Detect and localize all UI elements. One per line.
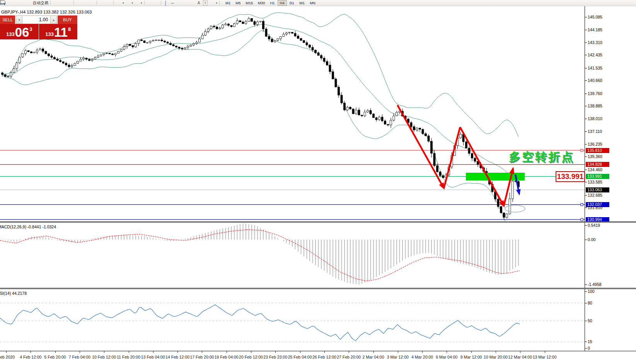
macd-label: MACD(12,26,9) -0.8441 -1.0324 (0, 225, 56, 229)
vertical-line-icon[interactable]: │ (163, 0, 169, 6)
macd-axis-label: 0.00 (588, 237, 595, 242)
timeframe-bar: M1M5M15M30H1H4D1W1MN (223, 0, 318, 6)
cursor-icon[interactable] (147, 0, 152, 6)
timeframe-button-M30[interactable]: M30 (256, 0, 267, 6)
toolbar: 订单 自动交易 ▾ ▾ ▾ │ ─ E F A T ▾ M1M5M15M30H1… (0, 0, 636, 6)
price-tick-label: 143.310 (588, 40, 602, 45)
price-level-chip: 134.828 (586, 162, 609, 167)
line-chart-icon[interactable] (66, 0, 72, 6)
price-level-chip: 133.991 (586, 174, 609, 179)
chevron-down-icon[interactable]: ▾ (132, 2, 133, 5)
timeframe-button-H4[interactable]: H4 (278, 0, 287, 6)
main-chart-panel[interactable]: GBPJPY-,H4 132.893 133.382 132.326 133.0… (0, 6, 636, 221)
time-tick (251, 351, 251, 353)
scroll-to-end-icon[interactable] (99, 0, 105, 6)
toolbar-separator (219, 1, 220, 5)
candlestick-chart (0, 6, 636, 221)
time-tick (447, 351, 447, 353)
macd-histogram (2, 223, 518, 285)
label-icon[interactable]: T (203, 0, 208, 6)
price-level-chip: 135.810 (586, 148, 609, 153)
templates-icon[interactable] (134, 0, 140, 6)
time-axis-label: 3 Mar 12:00 (387, 355, 409, 359)
trendline-icon[interactable] (176, 0, 182, 6)
tile-windows-icon[interactable] (89, 0, 95, 6)
price-tick-label: 145.085 (588, 15, 602, 20)
rsi-axis-label: 80 (588, 301, 592, 306)
time-tick (202, 351, 202, 353)
time-axis-label: 19 Feb 04:00 (215, 355, 239, 359)
new-chart-icon[interactable] (116, 0, 121, 6)
annotation-text-cn: 多空转折点 (509, 149, 575, 165)
bars-chart-icon[interactable] (53, 0, 58, 6)
time-tick (398, 351, 398, 353)
time-tick (520, 351, 520, 353)
charts-cloud-icon[interactable] (13, 0, 19, 6)
volume-up-button[interactable]: ▲ (50, 15, 57, 24)
rsi-panel[interactable]: RSI(14) 44.2178 1008050150 (0, 289, 636, 351)
periods-clock-icon[interactable] (125, 0, 131, 6)
volume-down-button[interactable]: ▼ (16, 15, 22, 24)
rsi-axis-label: 15 (588, 339, 592, 344)
timeframe-button-W1[interactable]: W1 (297, 0, 307, 6)
time-axis[interactable]: Feb 20204 Feb 12:005 Feb 20:007 Feb 04:0… (0, 351, 636, 364)
bid-price-chip: 133.063 (586, 187, 609, 192)
buy-price-display[interactable]: 133 11 8 (39, 24, 78, 39)
price-tick-label: 142.435 (588, 53, 602, 58)
time-tick (422, 351, 423, 353)
candles-chart-icon[interactable] (59, 0, 65, 6)
chevron-down-icon[interactable]: ▾ (141, 2, 142, 5)
buy-button[interactable]: BUY (57, 15, 77, 24)
autotrade-stop-icon[interactable] (26, 0, 32, 6)
sell-price-display[interactable]: 133 06 3 (0, 24, 39, 39)
timeframe-button-MN[interactable]: MN (307, 0, 318, 6)
new-order-icon[interactable] (7, 0, 12, 6)
timeframe-button-H1[interactable]: H1 (268, 0, 277, 6)
timeframe-button-M1[interactable]: M1 (223, 0, 233, 6)
autotrade-button[interactable]: 自动交易 (33, 0, 48, 6)
timeframe-button-M15[interactable]: M15 (243, 0, 255, 6)
red-trend-arrow (444, 127, 460, 188)
crosshair-icon[interactable] (153, 0, 159, 6)
sell-price-big: 06 (15, 27, 29, 38)
toolbar-separator (161, 1, 161, 5)
sell-button[interactable]: SELL (0, 15, 16, 24)
time-axis-label: 13 Mar 12:00 (533, 355, 557, 359)
timeframe-button-M5[interactable]: M5 (233, 0, 243, 6)
timeframe-button-D1[interactable]: D1 (287, 0, 297, 6)
toolbar-separator (144, 1, 145, 5)
time-tick (6, 351, 7, 353)
time-axis-label: 23 Feb 23:00 (263, 355, 287, 359)
macd-panel[interactable]: MACD(12,26,9) -0.8441 -1.0324 0.54190.00… (0, 223, 636, 288)
time-axis-label: 7 Feb 04:00 (69, 355, 90, 359)
search-icon[interactable] (619, 0, 625, 6)
price-tick-label: 136.235 (588, 142, 602, 147)
time-axis-label: 4 Feb 12:00 (20, 355, 41, 359)
price-tick-label: 138.885 (588, 104, 602, 109)
signals-icon[interactable] (20, 0, 26, 6)
text-icon[interactable]: A (196, 0, 202, 6)
horizontal-line-icon[interactable]: ─ (170, 0, 176, 6)
auto-scroll-icon[interactable] (106, 0, 111, 6)
fibonacci-icon[interactable]: E (183, 0, 189, 6)
zoom-out-icon[interactable] (82, 0, 88, 6)
time-tick (545, 351, 545, 353)
time-axis-label: 9 Mar 12:00 (460, 355, 482, 359)
price-tick-label: 138.010 (588, 116, 602, 121)
price-level-chip: 132.037 (586, 202, 609, 207)
channels-icon[interactable]: F (189, 0, 195, 6)
price-tick-label: 135.360 (588, 154, 602, 159)
chevron-down-icon[interactable]: ▾ (123, 2, 124, 5)
zoom-in-icon[interactable] (76, 0, 82, 6)
sell-price-pip: 3 (29, 26, 32, 32)
time-axis-label: 11 Feb 20:00 (117, 355, 140, 359)
chart-title: GBPJPY-,H4 132.893 133.382 132.326 133.0… (1, 10, 92, 14)
chat-icon[interactable] (627, 0, 633, 6)
macd-axis-label: 0.5419 (588, 223, 600, 228)
red-trend-arrow (397, 105, 444, 188)
shapes-icon[interactable] (209, 0, 215, 6)
time-tick (373, 351, 374, 353)
volume-input[interactable] (22, 15, 50, 24)
time-axis-label: 14 Feb 12:00 (165, 355, 189, 359)
chevron-down-icon[interactable]: ▾ (216, 2, 218, 5)
